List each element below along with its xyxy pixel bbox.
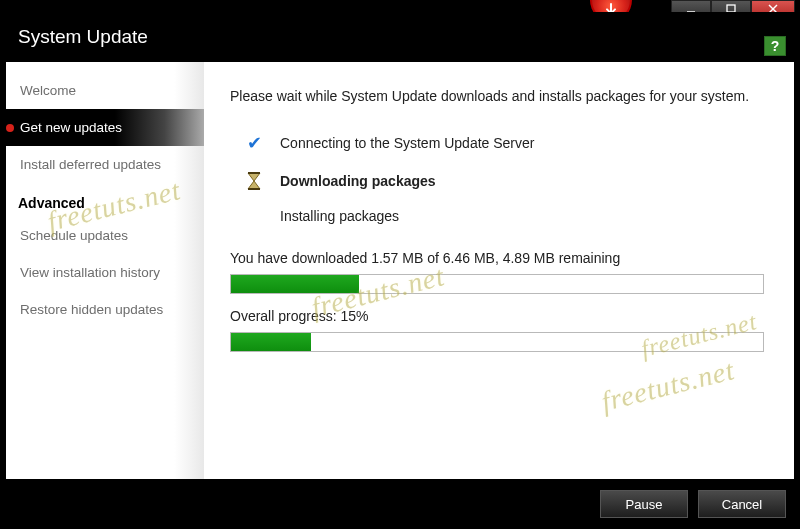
hourglass-icon xyxy=(244,172,264,190)
check-icon: ✔ xyxy=(244,132,264,154)
sidebar: Welcome Get new updates Install deferred… xyxy=(6,62,204,479)
overall-progress-fill xyxy=(231,333,311,351)
step-downloading-label: Downloading packages xyxy=(280,173,436,189)
footer-bar: Pause Cancel xyxy=(0,479,800,529)
download-progress-fill xyxy=(231,275,359,293)
intro-text: Please wait while System Update download… xyxy=(230,88,764,104)
download-progress-bar xyxy=(230,274,764,294)
step-installing-label: Installing packages xyxy=(280,208,399,224)
sidebar-heading-advanced: Advanced xyxy=(6,183,204,217)
svg-rect-1 xyxy=(727,5,735,12)
content-area: Please wait while System Update download… xyxy=(204,62,794,479)
sidebar-item-restore-hidden[interactable]: Restore hidden updates xyxy=(6,291,204,328)
sidebar-item-welcome[interactable]: Welcome xyxy=(6,72,204,109)
sidebar-item-install-deferred[interactable]: Install deferred updates xyxy=(6,146,204,183)
window-chrome xyxy=(0,0,800,12)
main-panel: Welcome Get new updates Install deferred… xyxy=(6,62,794,479)
download-status-text: You have downloaded 1.57 MB of 6.46 MB, … xyxy=(230,250,764,266)
step-connecting-label: Connecting to the System Update Server xyxy=(280,135,534,151)
title-bar: System Update ? xyxy=(0,12,800,62)
sidebar-item-view-history[interactable]: View installation history xyxy=(6,254,204,291)
sidebar-item-schedule-updates[interactable]: Schedule updates xyxy=(6,217,204,254)
cancel-button[interactable]: Cancel xyxy=(698,490,786,518)
overall-progress-bar xyxy=(230,332,764,352)
progress-steps: ✔ Connecting to the System Update Server… xyxy=(244,132,764,224)
help-icon[interactable]: ? xyxy=(764,36,786,56)
step-installing: Installing packages xyxy=(244,208,764,224)
pause-button[interactable]: Pause xyxy=(600,490,688,518)
sidebar-item-get-new-updates[interactable]: Get new updates xyxy=(6,109,204,146)
app-title: System Update xyxy=(18,26,148,48)
step-connecting: ✔ Connecting to the System Update Server xyxy=(244,132,764,154)
overall-progress-text: Overall progress: 15% xyxy=(230,308,764,324)
step-downloading: Downloading packages xyxy=(244,172,764,190)
